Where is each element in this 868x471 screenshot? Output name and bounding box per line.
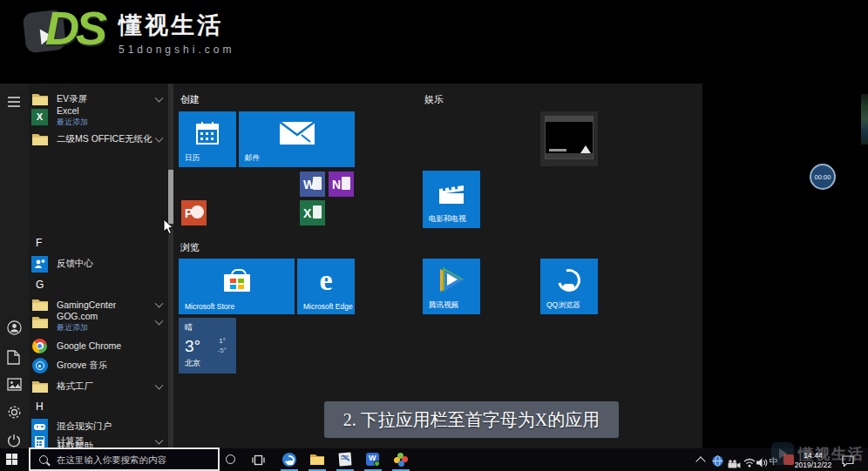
groove-music-icon [31, 358, 48, 374]
folder-icon [31, 379, 48, 395]
word-letter: W [303, 178, 315, 192]
recording-timer[interactable]: 00:00 [810, 164, 836, 190]
tile-movies-tv[interactable]: 电影和电视 [423, 171, 480, 228]
desktop-edge-artifact [861, 94, 868, 145]
chevron-down-icon[interactable] [155, 436, 164, 445]
tile-calendar[interactable]: 日历 [179, 111, 236, 167]
tile-group-entertainment[interactable]: 娱乐 [424, 93, 444, 106]
app-item-gog[interactable]: GOG.com 最近添加 [31, 311, 167, 333]
search-icon [39, 455, 48, 464]
action-center-icon[interactable] [842, 454, 856, 468]
pictures-icon[interactable] [7, 378, 22, 393]
taskbar-qq-browser-icon[interactable] [282, 453, 296, 467]
tile-mail[interactable]: 邮件 [239, 111, 355, 167]
app-item-excel[interactable]: X Excel 最近添加 [31, 105, 167, 128]
hamburger-menu-icon[interactable] [7, 96, 22, 111]
tile-excel[interactable]: X [300, 200, 325, 225]
app-item-label: 混合现实门户 [57, 421, 112, 433]
tray-wifi-icon[interactable] [743, 455, 757, 469]
screen: DS 懂视生活 51dongshi.com [0, 0, 868, 471]
start-button[interactable] [6, 454, 18, 466]
search-input[interactable] [55, 454, 207, 466]
user-account-icon[interactable] [7, 320, 22, 335]
tile-weather[interactable]: 晴 3° 1° -5° 北京 [179, 318, 236, 373]
tile-powerpoint[interactable]: P [181, 200, 207, 225]
tray-recorder-camera-icon[interactable] [728, 456, 742, 470]
tile-group-create[interactable]: 创建 [180, 93, 200, 106]
onenote-letter: N [332, 178, 341, 192]
tile-microsoft-store[interactable]: Microsoft Store [179, 259, 295, 314]
app-item-label: 格式工厂 [57, 380, 93, 393]
chrome-icon [31, 338, 48, 354]
tile-word[interactable]: W [300, 172, 325, 197]
folder-icon [31, 314, 48, 331]
tray-ime-indicator[interactable]: 中 [770, 455, 778, 468]
weather-city: 北京 [185, 358, 200, 369]
weather-temp: 3° [185, 337, 200, 356]
documents-icon[interactable] [7, 350, 22, 365]
mail-icon [239, 111, 355, 155]
taskbar-search-box[interactable] [29, 447, 220, 471]
excel-letter: X [303, 206, 311, 220]
clock-time: 14:44 [787, 451, 839, 461]
taskbar-notes-app-icon[interactable] [338, 453, 352, 467]
app-item-label: Google Chrome [57, 340, 121, 351]
app-item-label: Groove 音乐 [57, 360, 107, 372]
tile-qq-browser[interactable]: QQ浏览器 [540, 259, 598, 314]
app-list-scrollbar[interactable] [168, 84, 173, 448]
tile-tencent-video[interactable]: 腾讯视频 [423, 259, 480, 314]
mouse-cursor [163, 219, 174, 239]
section-letter-h[interactable]: H [36, 400, 44, 413]
app-item-subtitle: 最近添加 [57, 322, 98, 333]
tencent-video-icon [423, 259, 480, 302]
section-letter-g[interactable]: G [36, 279, 44, 291]
excel-page-icon [313, 205, 322, 219]
clock-date: 2019/12/22 [787, 461, 839, 470]
app-item-label: 二级MS OFFICE无纸化考试模拟... [57, 133, 153, 145]
tile-app-preview[interactable] [540, 111, 598, 166]
brand-logo: DS 懂视生活 51dongshi.com [23, 4, 234, 60]
qq-browser-icon [540, 259, 598, 302]
chevron-down-icon[interactable] [155, 317, 164, 326]
app-item-label: Excel [57, 105, 88, 116]
tile-onenote[interactable]: N [329, 172, 354, 197]
scrollbar-thumb[interactable] [168, 170, 173, 224]
app-item-format-factory[interactable]: 格式工厂 [31, 377, 167, 396]
tray-volume-icon[interactable] [756, 455, 770, 469]
chevron-down-icon[interactable] [155, 94, 164, 103]
taskbar-petal-app-icon[interactable] [394, 453, 408, 467]
task-view-icon[interactable] [252, 454, 266, 468]
settings-gear-icon[interactable] [7, 405, 22, 420]
brand-play-badge: DS [23, 6, 106, 58]
microsoft-store-icon [179, 259, 295, 302]
excel-icon: X [31, 109, 48, 125]
start-menu: EV录屏 X Excel 最近添加 二级MS OFFICE无纸化考试模拟... [0, 84, 702, 448]
tile-microsoft-edge[interactable]: e Microsoft Edge [297, 259, 355, 314]
start-menu-rail [0, 84, 29, 448]
chevron-down-icon[interactable] [155, 134, 164, 143]
app-item-subtitle: 最近添加 [57, 117, 88, 128]
app-item-feedback-hub[interactable] [31, 171, 167, 190]
chevron-down-icon[interactable] [155, 381, 164, 390]
weather-condition: 晴 [185, 322, 193, 333]
calendar-icon [179, 111, 236, 155]
taskbar-file-explorer-icon[interactable] [310, 453, 324, 467]
brand-name: 懂视生活 [119, 10, 234, 41]
cortana-icon[interactable] [226, 454, 240, 468]
weather-high: 1° [219, 337, 226, 345]
app-item-label: GamingCenter [57, 299, 116, 310]
power-icon[interactable] [7, 434, 22, 448]
taskbar: W 中 [0, 448, 868, 471]
app-item-groove-music[interactable]: Groove 音乐 [31, 356, 167, 375]
taskbar-clock[interactable]: 14:44 2019/12/22 [787, 451, 839, 469]
app-item-ms-office-exam[interactable]: 二级MS OFFICE无纸化考试模拟... [31, 130, 167, 149]
app-item-google-chrome[interactable]: Google Chrome [31, 336, 167, 355]
folder-icon [31, 131, 48, 148]
tray-show-hidden-icons[interactable] [695, 456, 705, 466]
section-letter-f[interactable]: F [36, 237, 42, 249]
movies-tv-icon [423, 171, 480, 216]
tile-group-browse[interactable]: 浏览 [180, 241, 200, 254]
tray-network-globe-icon[interactable] [712, 454, 726, 468]
chevron-down-icon[interactable] [155, 299, 164, 308]
taskbar-w-app-icon[interactable]: W [366, 453, 380, 467]
